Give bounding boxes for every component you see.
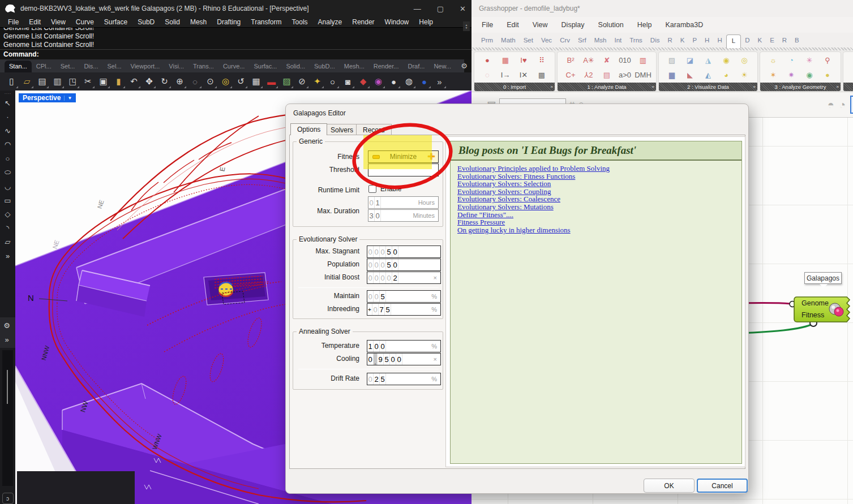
rhino-tab-trans[interactable]: Trans... bbox=[188, 61, 218, 72]
rhino-menu-subd[interactable]: SubD bbox=[132, 18, 160, 26]
rhino-menu-surface[interactable]: Surface bbox=[99, 18, 132, 26]
mesh-sphere-icon[interactable]: ◓ bbox=[828, 98, 834, 111]
c-plus-icon[interactable]: C+ bbox=[563, 67, 578, 82]
undo-icon[interactable]: ↶ bbox=[127, 74, 141, 89]
rhino-tab-render[interactable]: Render... bbox=[369, 61, 404, 72]
rhino-menu-window[interactable]: Window bbox=[380, 18, 414, 26]
rhino-menu-render[interactable]: Render bbox=[347, 18, 379, 26]
rectangle-icon[interactable]: ▭ bbox=[1, 193, 15, 208]
colorbar-icon[interactable]: ▥ bbox=[849, 53, 853, 67]
blog-link[interactable]: Evolutionary Solvers: Mutations bbox=[457, 203, 741, 211]
hours-field[interactable]: 01Hours bbox=[368, 196, 439, 209]
enable-checkbox[interactable] bbox=[368, 185, 376, 193]
yellow-circles-icon[interactable]: ◉ bbox=[719, 53, 734, 67]
bar-chart-icon[interactable]: ▆ bbox=[665, 67, 679, 82]
selected-display-icon[interactable]: ◕ bbox=[850, 96, 853, 114]
blue-wedge-icon[interactable]: ◭ bbox=[701, 67, 715, 82]
yellow-blob-icon[interactable]: ● bbox=[820, 67, 835, 82]
maximize-button[interactable]: ▢ bbox=[437, 5, 444, 13]
color-wheel-icon[interactable]: ◉ bbox=[371, 74, 385, 89]
curve-icon[interactable]: ◠ bbox=[1, 138, 15, 152]
rhino-tab-dis[interactable]: Dis... bbox=[79, 61, 102, 72]
rhino-tab-subd[interactable]: SubD... bbox=[310, 61, 340, 72]
rhino-menu-view[interactable]: View bbox=[46, 18, 71, 26]
gh-tab-vec-3[interactable]: Vec bbox=[537, 35, 556, 46]
gh-tab-d-16[interactable]: D bbox=[741, 35, 753, 46]
named-view-icon[interactable]: ▨ bbox=[280, 74, 294, 89]
red-cards-icon[interactable]: ▥ bbox=[636, 53, 650, 67]
rhino-command-history[interactable]: Genome List Container Scroll! Genome Lis… bbox=[0, 27, 471, 59]
chevron-down-icon[interactable]: ▼ bbox=[64, 96, 72, 101]
gh-menu-karamba3d[interactable]: Karamba3D bbox=[658, 21, 710, 29]
gh-tab-crv-4[interactable]: Crv bbox=[556, 35, 574, 46]
rhino-tab-set[interactable]: Set... bbox=[56, 61, 80, 72]
rhino-menu-solid[interactable]: Solid bbox=[160, 18, 185, 26]
gh-tab-k-17[interactable]: K bbox=[753, 35, 766, 46]
blog-link[interactable]: Define "Fitness".... bbox=[457, 211, 741, 219]
zoom-selected-icon[interactable]: ⊙ bbox=[203, 74, 217, 89]
i-arrow-ny-icon[interactable]: I→ bbox=[498, 67, 513, 82]
binary-icon[interactable]: 010 bbox=[618, 53, 632, 67]
blog-link[interactable]: Evolutionary Solvers: Selection bbox=[457, 180, 741, 188]
close-button[interactable]: ✕ bbox=[460, 5, 466, 13]
wire-sphere-icon[interactable]: ◍ bbox=[402, 74, 416, 89]
save-icon[interactable]: ▤ bbox=[35, 74, 49, 89]
zoom-extents-icon[interactable]: ⊕ bbox=[173, 74, 187, 89]
gear-icon[interactable]: ⚙ bbox=[461, 62, 468, 70]
more-icon[interactable]: » bbox=[0, 333, 14, 347]
rainbow-eye-icon[interactable]: ◉ bbox=[802, 67, 817, 82]
ok-button[interactable]: OK bbox=[644, 479, 695, 493]
gh-menu-help[interactable]: Help bbox=[631, 21, 659, 29]
gh-menu-edit[interactable]: Edit bbox=[500, 21, 526, 29]
open-folder-icon[interactable]: ▱ bbox=[20, 74, 34, 89]
blog-link[interactable]: Fitness Pressure bbox=[457, 218, 741, 226]
dots-box-icon[interactable]: ⠿ bbox=[534, 53, 549, 67]
gh-tab-r-10[interactable]: R bbox=[663, 35, 676, 46]
yellow-sun-icon[interactable]: ☀ bbox=[737, 67, 752, 82]
yellow-pie-icon[interactable]: ◕ bbox=[719, 67, 734, 82]
rhino-menu-file[interactable]: File bbox=[3, 18, 24, 26]
gh-menu-view[interactable]: View bbox=[526, 21, 555, 29]
gh-menu-file[interactable]: File bbox=[475, 21, 500, 29]
gh-tab-h-14[interactable]: H bbox=[713, 35, 726, 46]
dmh-icon[interactable]: DMH bbox=[636, 67, 650, 82]
max-stagnant-field[interactable]: 00050 bbox=[367, 245, 441, 258]
sun-path-icon[interactable]: ☼ bbox=[766, 53, 781, 67]
rotate-view-icon[interactable]: ↻ bbox=[157, 74, 172, 89]
drift-rate-field[interactable]: 025% bbox=[367, 373, 441, 385]
magnifier-pink-icon[interactable]: ◌ bbox=[480, 67, 495, 82]
red-book-icon[interactable]: ▤ bbox=[599, 67, 614, 82]
rhino-tab-sel[interactable]: Sel... bbox=[102, 61, 126, 72]
paste-icon[interactable]: ▮ bbox=[112, 74, 126, 89]
ladybug-icon[interactable]: ● bbox=[480, 53, 495, 67]
tab-solvers[interactable]: Solvers bbox=[324, 124, 360, 135]
viewport-layout-icon[interactable]: ▦ bbox=[249, 74, 263, 89]
gh-tab-prm-0[interactable]: Prm bbox=[477, 35, 497, 46]
gh-tab-int-7[interactable]: Int bbox=[610, 35, 625, 46]
viewport-label[interactable]: Perspective▼ bbox=[19, 93, 76, 102]
pan-icon[interactable]: ✥ bbox=[142, 74, 156, 89]
gh-tab-l-15[interactable]: L bbox=[726, 35, 741, 48]
undo-view-icon[interactable]: ↺ bbox=[234, 74, 248, 89]
render-icon[interactable]: ▬ bbox=[264, 74, 278, 89]
i-x-ny-icon[interactable]: I✕ bbox=[516, 67, 531, 82]
minimize-button[interactable]: — bbox=[414, 5, 421, 13]
rhino-menu-help[interactable]: Help bbox=[414, 18, 438, 26]
rhino-menu-edit[interactable]: Edit bbox=[24, 18, 46, 26]
blog-link[interactable]: Evolutionary Solvers: Coupling bbox=[457, 188, 741, 196]
display-mode-icon[interactable]: ◆ bbox=[356, 74, 370, 89]
b8-l2-icon[interactable]: ⅄2 bbox=[581, 67, 596, 82]
command-scroll-spinner[interactable]: ▲▼ bbox=[463, 21, 470, 31]
minutes-field[interactable]: 30Minutes bbox=[368, 209, 439, 222]
temperature-field[interactable]: 100% bbox=[367, 340, 441, 352]
polygon-icon[interactable]: ◇ bbox=[1, 208, 15, 222]
pointer-icon[interactable]: ↖ bbox=[1, 96, 15, 110]
command-prompt[interactable]: Command: bbox=[0, 49, 471, 59]
orange-sun-icon[interactable]: ✶ bbox=[766, 67, 781, 82]
rhino-tab-visi[interactable]: Visi... bbox=[164, 61, 188, 72]
cut-icon[interactable]: ✂ bbox=[81, 74, 95, 89]
history-icon[interactable]: ɔ bbox=[2, 493, 14, 504]
blue-chart-icon[interactable]: ◪ bbox=[683, 53, 697, 67]
rhino-tab-mesh[interactable]: Mesh... bbox=[340, 61, 369, 72]
zoom-target-icon[interactable]: ◎ bbox=[218, 74, 233, 89]
